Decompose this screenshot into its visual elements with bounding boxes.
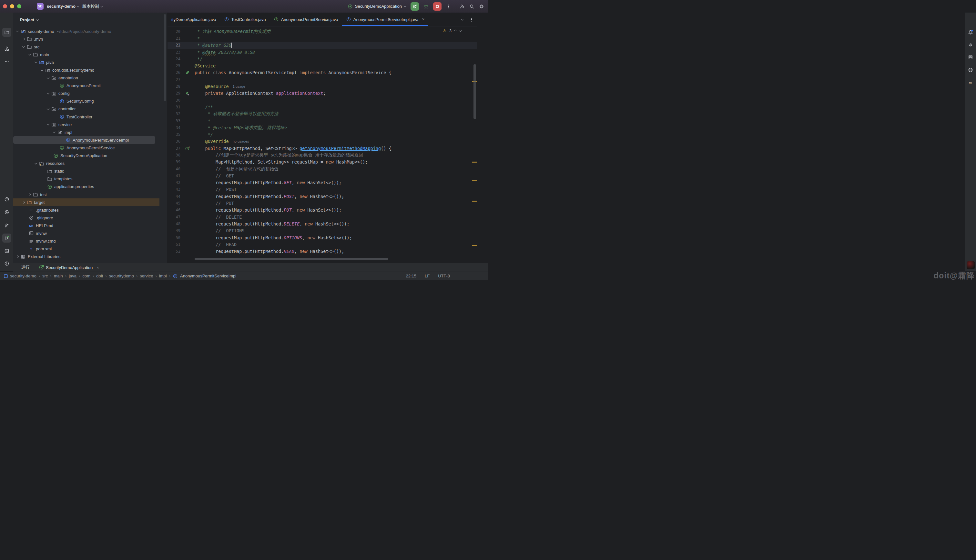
code-line-45[interactable]: 45 // PUT: [167, 200, 477, 207]
code-line-49[interactable]: 49 // OPTIONS: [167, 227, 477, 234]
warning-stripe-mark[interactable]: [472, 201, 477, 202]
terminal-tool-button[interactable]: [2, 247, 11, 255]
tab-options-icon[interactable]: [469, 17, 474, 22]
code-line-44[interactable]: 44 requestMap.put(HttpMethod.POST, new H…: [167, 193, 477, 200]
more-actions-icon[interactable]: [446, 4, 451, 9]
code-line-36[interactable]: 36 @Overrideno usages: [167, 138, 477, 145]
chevron-down-icon[interactable]: [53, 131, 55, 133]
code-line-34[interactable]: 34 * @return Map<请求类型, 路径地址>: [167, 124, 477, 131]
code-view[interactable]: 20 * 注解 AnonymousPermit的实现类21 *22 * @aut…: [167, 27, 477, 263]
file-encoding[interactable]: UTF-8: [438, 273, 450, 278]
settings-gear-icon[interactable]: [479, 4, 484, 9]
debug-button[interactable]: [424, 4, 429, 9]
chevron-down-icon[interactable]: [41, 68, 43, 71]
chevron-down-icon[interactable]: [35, 162, 37, 164]
rerun-button[interactable]: [410, 2, 419, 11]
tree-item-annotation[interactable]: annotation: [13, 74, 167, 82]
vcs-menu[interactable]: 版本控制: [82, 3, 103, 9]
code-line-29[interactable]: 29 private ApplicationContext applicatio…: [167, 90, 477, 97]
tree-item-main[interactable]: main: [13, 51, 167, 58]
line-ending[interactable]: LF: [425, 273, 430, 278]
breadcrumb-item[interactable]: impl: [159, 273, 167, 278]
tree-item--gitignore[interactable]: .gitignore: [13, 214, 167, 222]
chevron-down-icon[interactable]: [22, 45, 25, 48]
build-tool-button[interactable]: [2, 221, 11, 230]
endpoints-tool-button[interactable]: [2, 208, 11, 217]
tree-item--mvn[interactable]: .mvn: [13, 35, 167, 43]
tree-item-com-doit-securitydemo[interactable]: com.doit.securitydemo: [13, 66, 167, 74]
hidden-tabs-chevron-icon[interactable]: [461, 18, 464, 20]
tree-item-securitydemoapplication[interactable]: SecurityDemoApplication: [13, 152, 167, 160]
code-line-33[interactable]: 33 *: [167, 117, 477, 124]
code-line-35[interactable]: 35 */: [167, 131, 477, 138]
run-tool-button[interactable]: [2, 233, 11, 243]
project-panel-header[interactable]: Project: [13, 13, 167, 22]
tree-item-securityconfig[interactable]: CSecurityConfig: [13, 97, 167, 105]
services-tool-button[interactable]: [2, 195, 11, 204]
code-line-26[interactable]: 26public class AnonymousPermitServiceImp…: [167, 69, 477, 76]
run-configuration-selector[interactable]: SecurityDemoApplication: [348, 4, 406, 9]
code-line-21[interactable]: 21 *: [167, 35, 477, 42]
breadcrumb-item[interactable]: src: [42, 273, 48, 278]
minimize-window-button[interactable]: [10, 4, 14, 8]
run-config-tab[interactable]: SecurityDemoApplication ×: [39, 265, 99, 270]
code-line-32[interactable]: 32 * 获取匿名不登录即可以使用的方法: [167, 111, 477, 117]
implements-gutter-icon[interactable]: I: [180, 146, 195, 151]
editor-tab-anonymouspermitservice-java[interactable]: IAnonymousPermitService.java: [270, 13, 342, 26]
chevron-down-icon[interactable]: [47, 123, 49, 125]
tree-item-java[interactable]: java: [13, 58, 167, 66]
tree-item-help-md[interactable]: MHELP.md: [13, 222, 167, 229]
code-line-22[interactable]: 22 * @author GJQ: [167, 42, 477, 49]
tree-item-config[interactable]: config: [13, 90, 167, 97]
code-line-37[interactable]: 37I public Map<HttpMethod, Set<String>> …: [167, 145, 477, 152]
close-window-button[interactable]: [3, 4, 7, 8]
breadcrumb-item[interactable]: service: [140, 273, 153, 278]
breadcrumb-item[interactable]: doit: [96, 273, 103, 278]
tree-item-static[interactable]: static: [13, 167, 167, 175]
tree-item-external-libraries[interactable]: External Libraries: [13, 253, 167, 261]
stop-button[interactable]: [433, 2, 442, 11]
code-line-31[interactable]: 31 /**: [167, 103, 477, 110]
code-line-42[interactable]: 42 requestMap.put(HttpMethod.GET, new Ha…: [167, 179, 477, 186]
code-line-28[interactable]: 28 @Resource1 usage: [167, 83, 477, 90]
tree-item-impl[interactable]: impl: [13, 128, 167, 136]
tree-item-templates[interactable]: templates: [13, 175, 167, 183]
editor-tab-itydemoapplication-java[interactable]: ityDemoApplication.java: [167, 13, 220, 26]
code-line-20[interactable]: 20 * 注解 AnonymousPermit的实现类: [167, 28, 477, 35]
caret-position[interactable]: 22:15: [406, 273, 416, 278]
editor-horizontal-scrollbar[interactable]: [195, 258, 388, 260]
code-line-48[interactable]: 48 requestMap.put(HttpMethod.DELETE, new…: [167, 220, 477, 227]
code-with-me-icon[interactable]: [460, 4, 465, 9]
warning-stripe-mark[interactable]: [472, 245, 477, 246]
code-line-43[interactable]: 43 // POST: [167, 186, 477, 193]
chevron-right-icon[interactable]: [28, 193, 31, 196]
code-line-41[interactable]: 41 // GET: [167, 172, 477, 179]
code-line-30[interactable]: 30: [167, 97, 477, 103]
tree-item-test[interactable]: test: [13, 191, 167, 198]
code-line-39[interactable]: 39 Map<HttpMethod, Set<String>> requestM…: [167, 159, 477, 165]
project-switcher[interactable]: security-demo: [47, 4, 79, 9]
breadcrumb-item[interactable]: main: [54, 273, 63, 278]
code-line-38[interactable]: 38 //创建一个key是请求类型 set为路径的map集合 用于存放最后的结果…: [167, 152, 477, 158]
code-line-24[interactable]: 24 */: [167, 55, 477, 62]
zoom-window-button[interactable]: [17, 4, 21, 8]
tree-item-application-properties[interactable]: application.properties: [13, 183, 167, 191]
warning-stripe-mark[interactable]: [472, 180, 477, 181]
chevron-down-icon[interactable]: [47, 76, 49, 79]
structure-tool-button[interactable]: [2, 44, 11, 53]
tree-item-mvnw[interactable]: mvnw: [13, 229, 167, 237]
chevron-down-icon[interactable]: [47, 92, 49, 94]
editor-vertical-scrollbar[interactable]: [474, 64, 476, 119]
tree-scrollbar[interactable]: [164, 14, 166, 101]
tree-item-mvnw-cmd[interactable]: mvnw.cmd: [13, 237, 167, 245]
project-tool-button[interactable]: [2, 28, 11, 37]
next-warning-icon[interactable]: [459, 29, 462, 32]
inspections-widget[interactable]: ⚠ 3: [443, 28, 461, 33]
tree-item-service[interactable]: service: [13, 121, 167, 128]
chevron-right-icon[interactable]: [16, 255, 19, 258]
tree-item-anonymouspermit[interactable]: @AnonymousPermit: [13, 82, 167, 90]
code-line-23[interactable]: 23 * @date 2023/8/30 8:58: [167, 49, 477, 55]
chevron-down-icon[interactable]: [47, 107, 49, 110]
breadcrumb-item[interactable]: java: [69, 273, 77, 278]
chevron-down-icon[interactable]: [28, 53, 31, 55]
